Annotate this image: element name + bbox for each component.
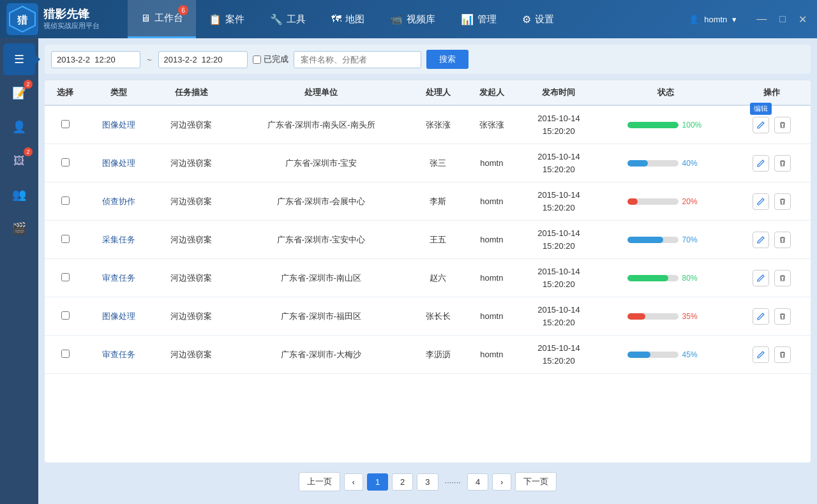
page-4-btn[interactable]: 4 (467, 473, 488, 491)
col-action: 操作 (733, 80, 811, 105)
page-3-btn[interactable]: 3 (417, 473, 438, 491)
search-button[interactable]: 搜索 (426, 50, 468, 69)
progress-text-3: 70% (682, 235, 705, 244)
first-action-6 (751, 346, 770, 363)
content-area: ~ 已完成 搜索 选择 类型 任务描述 处理单位 处理人 发起人 (38, 38, 817, 504)
page-next-arrow-btn[interactable]: › (492, 473, 511, 491)
title-bar: 猎 猎影先锋 视侦实战应用平台 🖥 工作台 6📋 案件 🔧 工具 🗺 地图 📹 … (0, 0, 817, 38)
nav-icon-workbench: 🖥 (140, 13, 151, 24)
cell-handler-6: 李沥沥 (411, 336, 465, 374)
col-initiator: 发起人 (465, 80, 518, 105)
page-prev-arrow-btn[interactable]: ‹ (344, 473, 363, 491)
next-page-btn[interactable]: 下一页 (515, 472, 557, 491)
sidebar-badge-cases2: 2 (24, 80, 33, 89)
cell-checkbox-1 (45, 144, 86, 182)
minimize-btn[interactable]: — (753, 12, 770, 26)
nav-item-settings[interactable]: ⚙ 设置 (509, 0, 567, 38)
edit-btn-1[interactable] (753, 155, 769, 172)
nav-item-workbench[interactable]: 🖥 工作台 6 (128, 0, 196, 38)
prev-page-btn[interactable]: 上一页 (299, 472, 340, 491)
sidebar-item-video2[interactable]: 🎬 (3, 212, 35, 244)
cell-status-0: 100% (599, 105, 732, 144)
progress-fill-3 (627, 237, 663, 243)
tilde-separator: ~ (146, 55, 153, 64)
delete-btn-4[interactable] (774, 270, 791, 286)
svg-text:猎: 猎 (17, 15, 28, 26)
row-checkbox-6[interactable] (61, 350, 70, 358)
page-1-btn[interactable]: 1 (367, 473, 388, 491)
completed-checkbox-label[interactable]: 已完成 (253, 54, 289, 65)
nav-item-cases[interactable]: 📋 案件 (196, 0, 257, 38)
first-action-1 (751, 155, 770, 172)
row-checkbox-4[interactable] (61, 273, 70, 281)
date-to-input[interactable] (158, 51, 248, 68)
cell-unit-5: 广东省-深圳市-福田区 (231, 297, 412, 336)
sidebar-arrow (35, 54, 40, 64)
col-date: 发布时间 (518, 80, 599, 105)
edit-btn-4[interactable] (753, 270, 769, 286)
edit-btn-6[interactable] (753, 346, 769, 363)
nav-item-video[interactable]: 📹 视频库 (377, 0, 448, 38)
cell-handler-1: 张三 (411, 144, 465, 182)
progress-bar-0 (627, 122, 678, 128)
completed-checkbox[interactable] (253, 56, 261, 64)
row-checkbox-2[interactable] (61, 196, 70, 205)
table-row: 图像处理 河边强窃案 广东省-深圳市-福田区 张长长 homtn 2015-10… (45, 297, 811, 336)
cell-initiator-0: 张张涨 (465, 105, 518, 144)
nav-item-tools[interactable]: 🔧 工具 (257, 0, 319, 38)
sidebar-item-cases2[interactable]: 📝 2 (3, 77, 35, 109)
row-checkbox-5[interactable] (61, 311, 70, 320)
delete-btn-2[interactable] (774, 193, 791, 210)
user-dropdown-icon[interactable]: ▾ (732, 15, 737, 24)
delete-btn-0[interactable] (774, 117, 791, 133)
nav-label-manage: 管理 (477, 13, 497, 26)
page-2-btn[interactable]: 2 (392, 473, 413, 491)
close-btn[interactable]: ✕ (795, 12, 811, 27)
nav-icon-manage: 📊 (461, 13, 474, 26)
cell-initiator-3: homtn (465, 221, 518, 259)
progress-fill-0 (627, 122, 678, 128)
date-from-input[interactable] (51, 51, 140, 68)
progress-text-2: 20% (682, 197, 705, 206)
table-row: 采集任务 河边强窃案 广东省-深圳市-宝安中心 王五 homtn 2015-10… (45, 221, 811, 259)
sidebar-item-tasks[interactable]: ☰ (3, 43, 35, 75)
sidebar-item-group[interactable]: 👥 (3, 179, 35, 211)
cell-initiator-1: homtn (465, 144, 518, 182)
delete-btn-5[interactable] (774, 308, 791, 325)
app-subtitle: 视侦实战应用平台 (43, 21, 100, 31)
search-bar: ~ 已完成 搜索 (45, 45, 811, 74)
cell-date-2: 2015-10-1415:20:20 (518, 182, 599, 221)
col-status: 状态 (599, 80, 732, 105)
search-input[interactable] (294, 51, 421, 68)
edit-btn-2[interactable] (753, 193, 769, 210)
progress-bar-4 (627, 275, 678, 281)
nav-label-tools: 工具 (287, 13, 306, 26)
progress-fill-6 (627, 352, 650, 358)
edit-btn-3[interactable] (753, 232, 769, 248)
delete-btn-6[interactable] (774, 346, 791, 363)
table-row: 侦查协作 河边强窃案 广东省-深圳市-会展中心 李斯 homtn 2015-10… (45, 182, 811, 221)
row-checkbox-0[interactable] (61, 120, 70, 128)
nav-item-manage[interactable]: 📊 管理 (448, 0, 509, 38)
sidebar-icon-video2: 🎬 (12, 221, 26, 235)
row-checkbox-1[interactable] (61, 158, 70, 167)
progress-bar-3 (627, 237, 678, 243)
cell-type-1: 图像处理 (86, 144, 152, 182)
username: homtn (704, 15, 727, 24)
sidebar-item-media[interactable]: 🖼 2 (3, 145, 35, 177)
first-action-0: 编辑 (751, 117, 770, 133)
cell-unit-2: 广东省-深圳市-会展中心 (231, 182, 412, 221)
cell-unit-6: 广东省-深圳市-大梅沙 (231, 336, 412, 374)
table-row: 图像处理 河边强窃案 广东省-深圳市-南头区-南头所 张张涨 张张涨 2015-… (45, 105, 811, 144)
sidebar-item-people[interactable]: 👤 (3, 111, 35, 143)
delete-btn-1[interactable] (774, 155, 791, 172)
nav-item-map[interactable]: 🗺 地图 (319, 0, 377, 38)
edit-btn-5[interactable] (753, 308, 769, 325)
cell-handler-0: 张张涨 (411, 105, 465, 144)
progress-fill-1 (627, 160, 648, 167)
edit-btn-0[interactable] (753, 117, 769, 133)
row-checkbox-3[interactable] (61, 235, 70, 243)
maximize-btn[interactable]: □ (776, 12, 790, 26)
delete-btn-3[interactable] (774, 232, 791, 248)
cell-type-3: 采集任务 (86, 221, 152, 259)
